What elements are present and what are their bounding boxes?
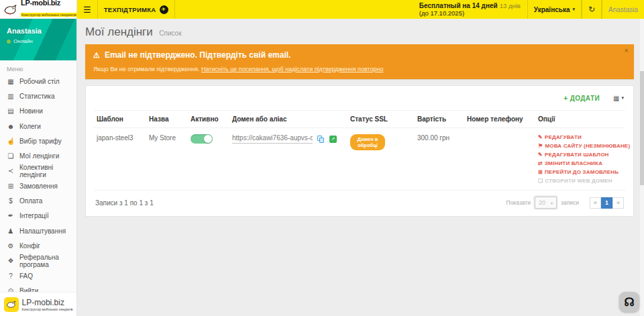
- tech-support-label: ТЕХПІДТРИМКА: [104, 6, 156, 13]
- pagination: « 1 »: [590, 197, 624, 209]
- cell-domain: https://cakawi7636-aupvs-com-42 ↗: [229, 128, 347, 191]
- page-size-select[interactable]: 20 ▾: [535, 197, 557, 209]
- sidebar-item-news[interactable]: ▤ Новини: [0, 104, 76, 119]
- telegram-icon: ✈: [160, 5, 168, 14]
- hand-icon: ☝: [7, 138, 15, 145]
- edit-icon: ✎: [538, 152, 543, 158]
- topbar-username[interactable]: Anastasia: [602, 0, 644, 19]
- sidebar-item-statistics[interactable]: ▥ Статистика: [0, 89, 76, 103]
- site-language-option[interactable]: ⚑ МОВА САЙТУ (НЕЗМІНЮВАНЕ): [538, 143, 623, 149]
- sidebar-item-tariff[interactable]: ☝ Вибір тарифу: [0, 134, 76, 148]
- show-label: Показати: [506, 199, 531, 206]
- col-options[interactable]: Опції: [535, 111, 625, 128]
- user-name: Anastasia: [7, 27, 70, 35]
- external-link-icon[interactable]: ↗: [329, 136, 337, 143]
- records-info: Записи з 1 по 1 з 1: [95, 199, 154, 207]
- sidebar-item-referral[interactable]: ❖ Реферальна програма: [0, 254, 76, 268]
- table-footer: Записи з 1 по 1 з 1 Показати 20 ▾ записи…: [94, 190, 625, 216]
- support-chat-button[interactable]: ☊: [619, 292, 639, 312]
- sidebar: LP-mobi.biz Конструктор мобильных лендин…: [0, 0, 77, 316]
- sidebar-item-colleagues[interactable]: ☻ Колеги: [0, 119, 76, 134]
- cell-options: ✎ РЕДАГУВАТИ ⚑ МОВА САЙТУ (НЕЗМІНЮВАНЕ) …: [535, 128, 625, 191]
- col-ssl-status[interactable]: Статус SSL: [347, 111, 415, 128]
- change-owner-option[interactable]: ⇄ ЗМІНИТИ ВЛАСНИКА: [538, 160, 623, 166]
- trial-info: Бесплатный на 14 дней13 днів (до 17.10.2…: [413, 0, 527, 19]
- logo-title: LP-mobi.biz: [21, 0, 77, 7]
- scrollbar-thumb[interactable]: [640, 71, 644, 185]
- sidebar-item-label: FAQ: [19, 272, 33, 280]
- col-name[interactable]: Назва: [146, 111, 188, 128]
- chevron-down-icon: ▾: [621, 95, 624, 101]
- footer-logo-subtitle: Конструктор мобільних лендінгів: [22, 307, 73, 311]
- warning-icon: ⚠: [93, 51, 100, 60]
- banner-title-text: Email не підтверджено. Підтвердіть свій …: [105, 50, 291, 60]
- close-icon[interactable]: ×: [625, 46, 629, 54]
- col-domain[interactable]: Домен або аліас: [229, 111, 347, 128]
- desktop-icon: ▦: [7, 78, 15, 85]
- dog-logo-icon: [3, 3, 18, 15]
- col-phone[interactable]: Номер телефону: [464, 111, 535, 128]
- add-landing-label: ДОДАТИ: [570, 95, 600, 102]
- cart-icon: ⊞: [538, 169, 543, 175]
- option-label: МОВА САЙТУ (НЕЗМІНЮВАНЕ): [545, 143, 630, 149]
- go-to-orders-option[interactable]: ⊞ ПЕРЕЙТИ ДО ЗАМОВЛЕНЬ: [538, 169, 623, 175]
- sidebar-item-my-landings[interactable]: ❏ Мої лендінги: [0, 148, 76, 163]
- copy-icon[interactable]: [317, 136, 325, 143]
- email-warning-banner: ⚠ Email не підтверджено. Підтвердіть сві…: [85, 44, 634, 79]
- chart-icon: ▥: [7, 93, 15, 100]
- cell-ssl-status: Домен в обробці: [347, 128, 415, 191]
- next-page-button[interactable]: »: [612, 197, 624, 209]
- sidebar-item-payment[interactable]: $ Оплата: [0, 193, 76, 208]
- language-label: Українська: [534, 6, 570, 13]
- chevron-down-icon: ▾: [573, 7, 576, 12]
- cell-phone: [464, 128, 535, 191]
- edit-option[interactable]: ✎ РЕДАГУВАТИ: [538, 134, 623, 140]
- pen-icon: ✒: [7, 212, 15, 219]
- sidebar-item-label: Інтеграції: [19, 212, 49, 219]
- dollar-icon: $: [7, 197, 15, 205]
- referral-icon: ❖: [7, 257, 15, 264]
- landings-card: + ДОДАТИ ▦ ▾ Шаблон Назва Активно Домен …: [85, 85, 634, 217]
- active-toggle[interactable]: [191, 134, 213, 144]
- col-template[interactable]: Шаблон: [94, 111, 146, 128]
- sidebar-item-config[interactable]: ⚙ Конфіг: [0, 238, 76, 253]
- column-visibility-button[interactable]: ▦ ▾: [613, 95, 624, 102]
- option-label: РЕДАГУВАТИ: [545, 134, 582, 140]
- option-label: СТВОРИТИ WEB ДОМЕН: [545, 178, 612, 184]
- resend-confirmation-link[interactable]: Натисніть це посилання, щоб надіслати пі…: [201, 66, 383, 72]
- sidebar-logo[interactable]: LP-mobi.biz Конструктор мобильных лендин…: [0, 0, 76, 19]
- hamburger-menu-button[interactable]: ☰: [77, 0, 98, 19]
- sidebar-item-collective-landings[interactable]: ≺ Колективні лендінги: [0, 164, 76, 178]
- create-web-domain-option: ❏ СТВОРИТИ WEB ДОМЕН: [538, 178, 623, 184]
- domain-link[interactable]: https://cakawi7636-aupvs-com-42: [232, 134, 313, 144]
- scrollbar-track: [640, 19, 644, 316]
- sidebar-item-orders[interactable]: ⊞ Замовлення: [0, 178, 76, 193]
- chevron-down-icon: ▾: [551, 201, 553, 205]
- tech-support-button[interactable]: ТЕХПІДТРИМКА ✈: [98, 0, 175, 19]
- person-icon: ♟: [7, 227, 15, 235]
- edit-template-option[interactable]: ✎ РЕДАГУВАТИ ШАБЛОН: [538, 152, 623, 158]
- add-landing-button[interactable]: + ДОДАТИ: [564, 94, 600, 102]
- user-status-label: Онлайн: [13, 38, 33, 44]
- sidebar-item-integrations[interactable]: ✒ Інтеграції: [0, 209, 76, 223]
- sidebar-item-label: Оплата: [19, 197, 42, 205]
- page-1-button[interactable]: 1: [601, 197, 612, 209]
- online-status-icon: [7, 40, 11, 44]
- sidebar-item-settings[interactable]: ♟ Налаштування: [0, 223, 76, 238]
- sidebar-item-desktop[interactable]: ▦ Робочий стіл: [0, 74, 76, 89]
- sidebar-item-faq[interactable]: ? FAQ: [0, 268, 76, 283]
- col-price[interactable]: Вартість: [415, 111, 464, 128]
- sidebar-item-label: Робочий стіл: [19, 78, 60, 85]
- swap-icon: ⇄: [538, 160, 543, 166]
- plus-icon: +: [564, 94, 568, 102]
- refresh-button[interactable]: ↻: [582, 0, 602, 19]
- prev-page-button[interactable]: «: [590, 197, 601, 209]
- grid-icon: ▦: [613, 95, 619, 102]
- col-active[interactable]: Активно: [188, 111, 229, 128]
- language-selector[interactable]: Українська ▾: [527, 0, 582, 19]
- sidebar-footer-logo[interactable]: LP-mobi.biz Конструктор мобільних лендін…: [0, 292, 76, 316]
- landings-table: Шаблон Назва Активно Домен або аліас Ста…: [94, 110, 625, 190]
- banner-text: Якщо Ви не отримали підтвердження.: [93, 66, 200, 72]
- toggle-knob: [204, 135, 212, 143]
- sidebar-item-label: Колеги: [19, 123, 41, 130]
